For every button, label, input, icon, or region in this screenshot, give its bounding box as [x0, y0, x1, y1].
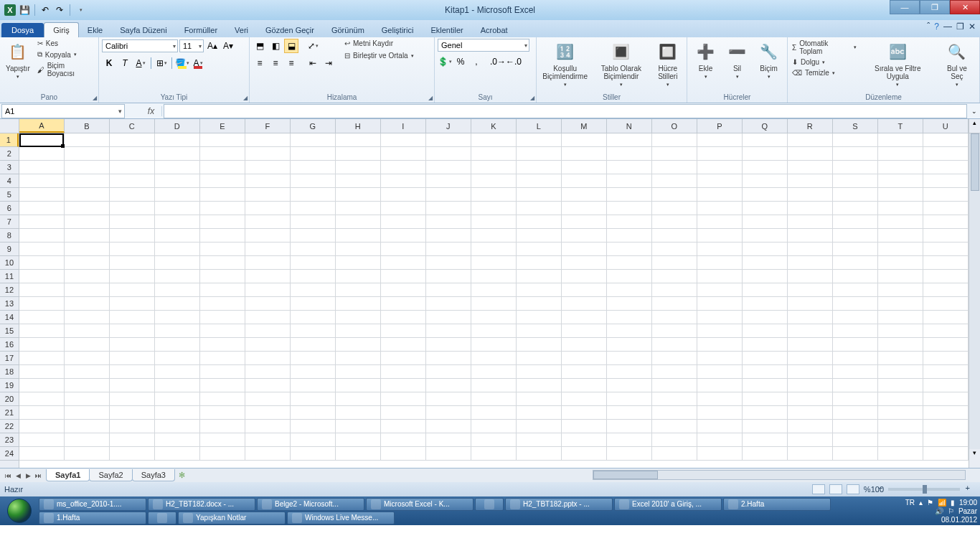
orientation-icon[interactable]: ⤢: [306, 39, 320, 53]
taskbar-button[interactable]: [148, 512, 176, 524]
tab-insert[interactable]: Ekle: [79, 23, 111, 37]
row-header[interactable]: 17: [0, 352, 19, 365]
tab-developer[interactable]: Geliştirici: [373, 23, 423, 37]
insert-cells-button[interactable]: ➕Ekle▾: [692, 39, 720, 81]
row-header[interactable]: 16: [0, 338, 19, 352]
row-header[interactable]: 5: [0, 188, 19, 202]
comma-icon[interactable]: ,: [469, 55, 484, 69]
dialog-launcher-icon[interactable]: ◢: [243, 95, 248, 101]
network-icon[interactable]: 📶: [938, 499, 946, 507]
formula-bar[interactable]: [164, 104, 967, 118]
tab-file[interactable]: Dosya: [1, 23, 44, 37]
sort-filter-button[interactable]: 🔤Sırala ve Filtre Uygula▾: [861, 39, 935, 89]
undo-icon[interactable]: ↶: [39, 4, 51, 16]
row-header[interactable]: 2: [0, 147, 19, 161]
taskbar-button[interactable]: Yapışkan Notlar: [178, 512, 286, 524]
action-center-icon[interactable]: ⚐: [948, 507, 954, 515]
number-format-combo[interactable]: Genel: [438, 39, 529, 52]
sheet-tab[interactable]: Sayfa2: [89, 469, 132, 481]
sheet-tab[interactable]: Sayfa3: [132, 469, 175, 481]
column-header[interactable]: R: [788, 119, 833, 133]
row-header[interactable]: 7: [0, 215, 19, 229]
tray-up-icon[interactable]: ▴: [919, 499, 923, 507]
align-right-icon[interactable]: ≡: [284, 56, 298, 70]
redo-icon[interactable]: ↷: [54, 4, 65, 16]
decrease-decimal-icon[interactable]: ←.0: [507, 55, 521, 69]
wrap-text-button[interactable]: ↩Metni Kaydır: [343, 39, 415, 48]
tab-formulas[interactable]: Formüller: [176, 23, 226, 37]
tab-home[interactable]: Giriş: [44, 22, 79, 37]
clock-time[interactable]: 19:00: [959, 499, 977, 507]
sheet-tab[interactable]: Sayfa1: [46, 469, 90, 481]
page-break-view-icon[interactable]: [847, 484, 859, 494]
column-header[interactable]: C: [110, 119, 155, 133]
column-header[interactable]: G: [291, 119, 336, 133]
start-button[interactable]: [0, 496, 39, 525]
row-header[interactable]: 6: [0, 202, 19, 215]
clear-button[interactable]: ⌫Temizle▾: [791, 68, 858, 77]
row-header[interactable]: 14: [0, 311, 19, 324]
row-header[interactable]: 12: [0, 283, 19, 297]
underline-button[interactable]: A: [133, 56, 148, 70]
fx-icon[interactable]: fx: [141, 106, 162, 116]
taskbar-button[interactable]: Microsoft Excel - K...: [366, 498, 473, 511]
column-header[interactable]: P: [697, 119, 743, 133]
row-header[interactable]: 15: [0, 324, 19, 338]
expand-formula-bar-icon[interactable]: ⌄: [969, 108, 980, 115]
find-select-button[interactable]: 🔍Bul ve Seç▾: [938, 39, 976, 89]
normal-view-icon[interactable]: [812, 484, 825, 494]
percent-icon[interactable]: %: [453, 55, 468, 69]
sheet-nav-arrows[interactable]: ⏮◀▶⏭: [0, 472, 46, 479]
row-header[interactable]: 11: [0, 270, 19, 283]
dialog-launcher-icon[interactable]: ◢: [428, 95, 433, 101]
taskbar-button[interactable]: Windows Live Messe...: [287, 512, 395, 524]
column-header[interactable]: M: [562, 119, 607, 133]
tab-page-layout[interactable]: Sayfa Düzeni: [111, 23, 175, 37]
horizontal-scrollbar[interactable]: [593, 470, 966, 480]
flag-icon[interactable]: ⚑: [927, 499, 933, 507]
new-sheet-icon[interactable]: ✻: [174, 469, 189, 481]
cell-styles-button[interactable]: 🔲Hücre Stilleri▾: [652, 39, 684, 89]
cells-area[interactable]: [19, 133, 969, 468]
row-header[interactable]: 1: [0, 133, 19, 147]
name-box[interactable]: A1: [1, 104, 125, 118]
taskbar-button[interactable]: Belge2 - Microsoft...: [257, 498, 364, 511]
column-header[interactable]: J: [426, 119, 471, 133]
taskbar-button[interactable]: [475, 498, 504, 511]
tab-addins[interactable]: Eklentiler: [422, 23, 471, 37]
row-header[interactable]: 4: [0, 174, 19, 188]
column-header[interactable]: H: [336, 119, 381, 133]
copy-button[interactable]: ⧉Kopyala▾: [36, 50, 95, 60]
tab-review[interactable]: Gözden Geçir: [257, 23, 323, 37]
column-header[interactable]: O: [652, 119, 697, 133]
align-top-icon[interactable]: ⬒: [253, 39, 267, 53]
qat-customize-icon[interactable]: [75, 4, 86, 16]
fill-button[interactable]: ⬇Dolgu▾: [791, 57, 858, 67]
delete-cells-button[interactable]: ➖Sil▾: [723, 39, 752, 81]
save-icon[interactable]: 💾: [19, 4, 30, 16]
dialog-launcher-icon[interactable]: ◢: [530, 95, 534, 101]
align-left-icon[interactable]: ≡: [253, 56, 267, 70]
close-button[interactable]: ✕: [950, 0, 980, 14]
paste-button[interactable]: 📋 Yapıştır ▾: [3, 39, 33, 81]
column-header[interactable]: I: [381, 119, 426, 133]
workbook-minimize-icon[interactable]: —: [943, 22, 952, 32]
increase-decimal-icon[interactable]: .0→: [491, 55, 505, 69]
row-header[interactable]: 8: [0, 229, 19, 242]
cut-button[interactable]: ✂Kes: [36, 39, 95, 48]
column-header[interactable]: D: [155, 119, 200, 133]
dialog-launcher-icon[interactable]: ◢: [93, 95, 97, 101]
fill-color-button[interactable]: 🪣: [175, 56, 189, 70]
workbook-restore-icon[interactable]: ❐: [956, 22, 964, 32]
minimize-button[interactable]: —: [890, 0, 920, 14]
taskbar-button[interactable]: ms_office_2010-1....: [39, 498, 146, 511]
row-header[interactable]: 3: [0, 161, 19, 174]
volume-icon[interactable]: 🔊: [935, 507, 943, 515]
battery-icon[interactable]: ▮: [951, 499, 955, 507]
format-cells-button[interactable]: 🔧Biçim▾: [755, 39, 783, 81]
workbook-close-icon[interactable]: ✕: [969, 22, 976, 32]
taskbar-button[interactable]: H2_TBT182.docx - ...: [148, 498, 255, 511]
row-header[interactable]: 20: [0, 392, 19, 406]
help-icon[interactable]: ?: [934, 22, 939, 32]
bold-button[interactable]: K: [102, 56, 116, 70]
